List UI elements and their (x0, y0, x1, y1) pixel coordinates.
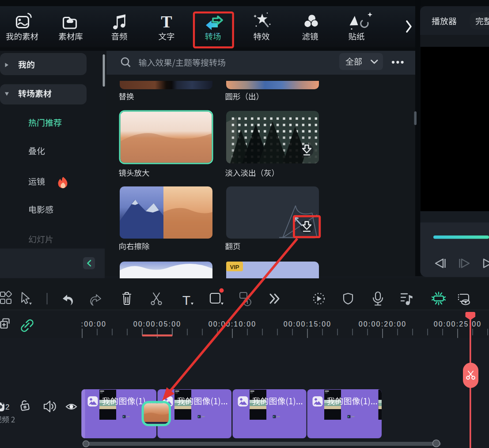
svg-text:00:00:20:00: 00:00:20:00 (359, 320, 407, 328)
svg-text:00:00:15:00: 00:00:15:00 (284, 320, 332, 328)
svg-text:2: 2 (5, 403, 9, 411)
svg-text::00:00: :00:00 (81, 320, 107, 328)
svg-text:T: T (182, 293, 190, 308)
svg-text:T: T (161, 12, 172, 31)
svg-text:00:00:10:00: 00:00:10:00 (208, 320, 257, 328)
svg-text:VIP: VIP (230, 264, 239, 270)
svg-text:00:00:25:00: 00:00:25:00 (434, 320, 482, 328)
svg-text:00:00:05:00: 00:00:05:00 (133, 320, 182, 328)
